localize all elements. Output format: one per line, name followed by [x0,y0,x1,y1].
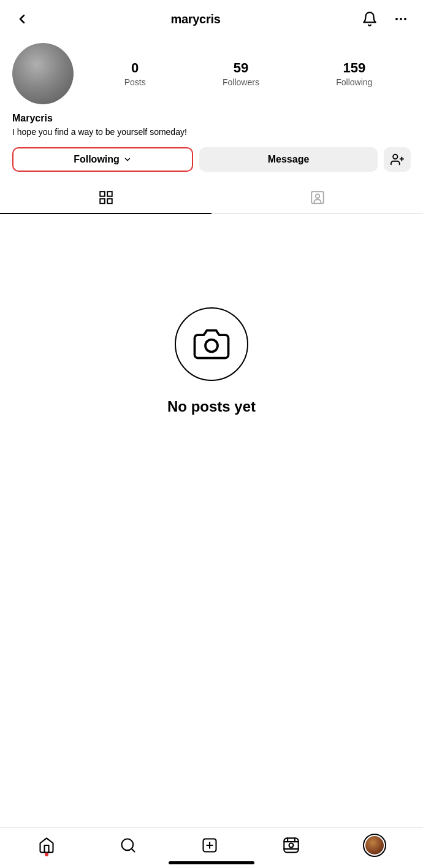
svg-point-12 [205,339,218,351]
svg-point-2 [404,18,406,20]
content-area: No posts yet [0,214,423,509]
posts-label: Posts [124,77,146,87]
svg-rect-8 [100,199,105,204]
bio-section: Marycris I hope you find a way to be you… [0,104,423,139]
followers-stat[interactable]: 59 Followers [223,60,259,87]
svg-point-1 [400,18,402,20]
following-count: 159 [343,60,365,76]
bottom-pill [169,861,254,864]
no-posts-text: No posts yet [167,398,256,415]
profile-bio: I hope you find a way to be yourself som… [12,126,411,139]
more-options-button[interactable] [391,9,411,29]
username-title: marycris [171,12,221,26]
svg-point-3 [393,154,397,158]
top-navigation: marycris [0,0,423,38]
tab-bar [0,182,423,214]
svg-point-19 [289,843,293,848]
nav-reels[interactable] [283,837,300,854]
svg-rect-7 [107,191,112,196]
nav-profile-avatar [364,835,385,856]
nav-profile[interactable] [364,835,385,856]
no-posts-icon [175,307,248,381]
add-friend-button[interactable] [384,147,411,172]
nav-search[interactable] [120,837,137,854]
avatar-image [12,43,74,104]
posts-stat[interactable]: 0 Posts [124,60,146,87]
svg-rect-10 [311,191,324,204]
following-stat[interactable]: 159 Following [336,60,372,87]
posts-count: 0 [131,60,139,76]
profile-section: 0 Posts 59 Followers 159 Following [0,38,423,104]
svg-point-0 [395,18,398,20]
nav-home[interactable] [38,837,55,854]
svg-rect-18 [284,838,298,852]
nav-create[interactable] [201,837,218,854]
nav-actions [359,9,411,29]
svg-line-14 [132,848,135,851]
following-label: Following [336,77,372,87]
action-buttons: Following Message [0,139,423,172]
svg-point-11 [315,194,319,198]
svg-rect-9 [107,199,112,204]
message-button[interactable]: Message [199,147,378,172]
notification-button[interactable] [359,9,380,29]
followers-label: Followers [223,77,259,87]
profile-name: Marycris [12,113,411,124]
home-dot [45,853,48,856]
avatar [12,43,74,104]
following-label: Following [74,154,120,165]
tab-grid[interactable] [0,182,212,213]
svg-rect-6 [100,191,105,196]
back-button[interactable] [12,9,32,29]
tab-tagged[interactable] [212,182,423,213]
stats-row: 0 Posts 59 Followers 159 Following [86,60,411,87]
following-button[interactable]: Following [12,147,193,172]
profile-row: 0 Posts 59 Followers 159 Following [12,43,411,104]
followers-count: 59 [234,60,248,76]
